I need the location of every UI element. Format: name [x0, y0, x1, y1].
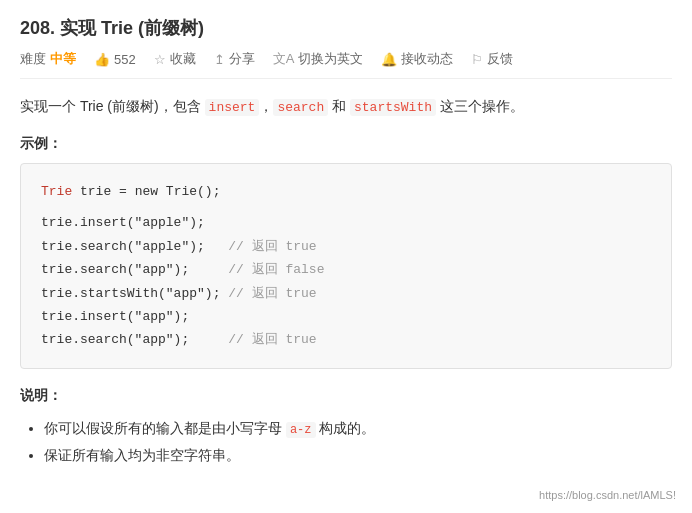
- code-line: trie.search("apple"); // 返回 true: [41, 235, 651, 258]
- switch-lang-label: 切换为英文: [298, 50, 363, 68]
- difficulty-item: 难度 中等: [20, 50, 76, 68]
- share-icon: ↥: [214, 52, 225, 67]
- subscribe-label: 接收动态: [401, 50, 453, 68]
- code-line: Trie trie = new Trie();: [41, 180, 651, 203]
- thumb-icon: 👍: [94, 52, 110, 67]
- star-icon: ☆: [154, 52, 166, 67]
- note-item: 保证所有输入均为非空字符串。: [44, 442, 672, 469]
- code-line: trie.startsWith("app"); // 返回 true: [41, 282, 651, 305]
- notes-label: 说明：: [20, 387, 672, 405]
- code-line: trie.insert("apple");: [41, 211, 651, 234]
- collect-label: 收藏: [170, 50, 196, 68]
- note-list: 你可以假设所有的输入都是由小写字母 a-z 构成的。保证所有输入均为非空字符串。: [20, 415, 672, 468]
- description: 实现一个 Trie (前缀树)，包含 insert，search 和 start…: [20, 95, 672, 119]
- collect-item[interactable]: ☆ 收藏: [154, 50, 196, 68]
- desc-text-before: 实现一个 Trie (前缀树)，包含: [20, 98, 205, 114]
- difficulty-value: 中等: [50, 50, 76, 68]
- likes-count: 552: [114, 52, 136, 67]
- meta-bar: 难度 中等 👍 552 ☆ 收藏 ↥ 分享 文A 切换为英文 🔔 接收动态 ⚐ …: [20, 50, 672, 79]
- watermark: https://blog.csdn.net/lAMLS!: [539, 489, 676, 501]
- desc-comma1: ，: [259, 98, 273, 114]
- code-line: trie.insert("app");: [41, 305, 651, 328]
- switch-lang-item[interactable]: 文A 切换为英文: [273, 50, 364, 68]
- feedback-item[interactable]: ⚐ 反馈: [471, 50, 513, 68]
- desc-startswith: startsWith: [350, 99, 436, 116]
- share-item[interactable]: ↥ 分享: [214, 50, 255, 68]
- subscribe-item[interactable]: 🔔 接收动态: [381, 50, 453, 68]
- share-label: 分享: [229, 50, 255, 68]
- lang-icon: 文A: [273, 50, 295, 68]
- code-block: Trie trie = new Trie(); trie.insert("app…: [20, 163, 672, 369]
- likes-item[interactable]: 👍 552: [94, 52, 136, 67]
- difficulty-label: 难度: [20, 50, 46, 68]
- note-item: 你可以假设所有的输入都是由小写字母 a-z 构成的。: [44, 415, 672, 442]
- feedback-label: 反馈: [487, 50, 513, 68]
- notes-section: 说明： 你可以假设所有的输入都是由小写字母 a-z 构成的。保证所有输入均为非空…: [20, 387, 672, 468]
- desc-insert: insert: [205, 99, 260, 116]
- desc-text-after: 这三个操作。: [436, 98, 524, 114]
- desc-and: 和: [328, 98, 350, 114]
- code-line: [41, 203, 651, 211]
- bell-icon: 🔔: [381, 52, 397, 67]
- flag-icon: ⚐: [471, 52, 483, 67]
- page-title: 208. 实现 Trie (前缀树): [20, 16, 672, 40]
- code-line: trie.search("app"); // 返回 true: [41, 328, 651, 351]
- desc-search: search: [273, 99, 328, 116]
- code-line: trie.search("app"); // 返回 false: [41, 258, 651, 281]
- example-label: 示例：: [20, 135, 672, 153]
